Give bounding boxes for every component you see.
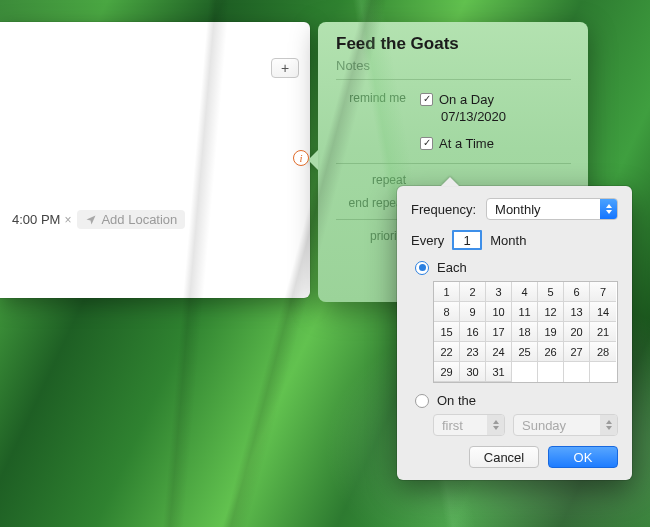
priority-label: priority: [336, 229, 406, 243]
day-cell[interactable]: 22: [434, 342, 460, 362]
reminder-date[interactable]: 07/13/2020: [441, 109, 571, 124]
ok-button[interactable]: OK: [548, 446, 618, 468]
day-cell[interactable]: 5: [538, 282, 564, 302]
cancel-button[interactable]: Cancel: [469, 446, 539, 468]
on-a-day-checkbox[interactable]: ✓ On a Day: [420, 92, 494, 107]
stepper-icon: [487, 415, 504, 435]
every-unit: Month: [490, 233, 526, 248]
day-cell[interactable]: 6: [564, 282, 590, 302]
day-cell[interactable]: 27: [564, 342, 590, 362]
info-icon[interactable]: i: [293, 150, 309, 166]
repeat-popover: Frequency: Monthly Every 1 Month Each 12…: [397, 186, 632, 480]
frequency-value: Monthly: [495, 202, 541, 217]
day-cell[interactable]: 7: [590, 282, 616, 302]
day-cell[interactable]: 2: [460, 282, 486, 302]
day-cell[interactable]: 29: [434, 362, 460, 382]
day-cell[interactable]: 9: [460, 302, 486, 322]
day-cell[interactable]: 4: [512, 282, 538, 302]
stepper-icon: [600, 199, 617, 219]
time-value: 4:00 PM: [12, 212, 60, 227]
plus-icon: +: [281, 61, 289, 75]
stepper-icon: [600, 415, 617, 435]
day-cell[interactable]: 23: [460, 342, 486, 362]
day-cell[interactable]: 13: [564, 302, 590, 322]
add-location-button[interactable]: Add Location: [77, 210, 185, 229]
at-a-time-label: At a Time: [439, 136, 494, 151]
every-input[interactable]: 1: [452, 230, 482, 250]
day-cell[interactable]: 31: [486, 362, 512, 382]
day-grid[interactable]: 1234567891011121314151617181920212223242…: [433, 281, 618, 383]
day-cell-empty: [590, 362, 616, 382]
ordinal-value: first: [442, 418, 463, 433]
radio-unchecked-icon: [415, 394, 429, 408]
day-cell[interactable]: 24: [486, 342, 512, 362]
frequency-label: Frequency:: [411, 202, 476, 217]
day-cell[interactable]: 28: [590, 342, 616, 362]
day-cell[interactable]: 16: [460, 322, 486, 342]
add-location-label: Add Location: [101, 212, 177, 227]
day-cell[interactable]: 26: [538, 342, 564, 362]
day-cell[interactable]: 15: [434, 322, 460, 342]
checkmark-icon: ✓: [420, 93, 433, 106]
close-icon[interactable]: ×: [64, 213, 71, 227]
day-cell[interactable]: 19: [538, 322, 564, 342]
frequency-select[interactable]: Monthly: [486, 198, 618, 220]
at-a-time-checkbox[interactable]: ✓ At a Time: [420, 136, 494, 151]
day-cell[interactable]: 12: [538, 302, 564, 322]
event-row: 4:00 PM × Add Location: [0, 210, 310, 229]
day-cell-empty: [538, 362, 564, 382]
on-the-label: On the: [437, 393, 476, 408]
checkmark-icon: ✓: [420, 137, 433, 150]
location-arrow-icon: [85, 214, 97, 226]
event-title[interactable]: Feed the Goats: [336, 34, 571, 54]
day-cell[interactable]: 20: [564, 322, 590, 342]
every-label: Every: [411, 233, 444, 248]
main-window: + 4:00 PM × Add Location: [0, 22, 310, 298]
day-cell[interactable]: 18: [512, 322, 538, 342]
on-a-day-label: On a Day: [439, 92, 494, 107]
notes-field[interactable]: Notes: [336, 58, 571, 80]
day-cell[interactable]: 17: [486, 322, 512, 342]
day-cell[interactable]: 8: [434, 302, 460, 322]
time-pill[interactable]: 4:00 PM ×: [12, 212, 71, 227]
day-cell[interactable]: 1: [434, 282, 460, 302]
on-the-radio[interactable]: On the: [415, 393, 618, 408]
ordinal-select[interactable]: first: [433, 414, 505, 436]
day-cell[interactable]: 25: [512, 342, 538, 362]
weekday-select[interactable]: Sunday: [513, 414, 618, 436]
day-cell-empty: [564, 362, 590, 382]
each-radio[interactable]: Each: [415, 260, 618, 275]
repeat-label: repeat: [336, 173, 406, 187]
weekday-value: Sunday: [522, 418, 566, 433]
radio-checked-icon: [415, 261, 429, 275]
day-cell[interactable]: 10: [486, 302, 512, 322]
day-cell[interactable]: 11: [512, 302, 538, 322]
day-cell[interactable]: 14: [590, 302, 616, 322]
add-button[interactable]: +: [271, 58, 299, 78]
day-cell[interactable]: 30: [460, 362, 486, 382]
remind-me-label: remind me: [336, 90, 406, 151]
day-cell-empty: [512, 362, 538, 382]
popover-pointer: [308, 150, 318, 170]
day-cell[interactable]: 3: [486, 282, 512, 302]
day-cell[interactable]: 21: [590, 322, 616, 342]
each-label: Each: [437, 260, 467, 275]
end-repeat-label: end repeat: [336, 196, 406, 210]
